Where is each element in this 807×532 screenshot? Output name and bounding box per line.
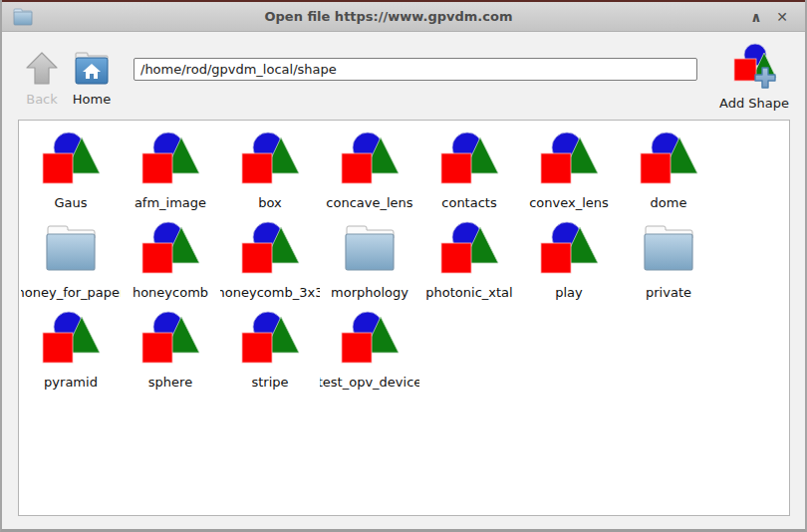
file-item-honeycomb[interactable]: honeycomb: [121, 216, 220, 306]
folder-icon: [40, 222, 102, 276]
home-button[interactable]: Home: [72, 42, 112, 107]
file-label: morphology: [320, 285, 419, 300]
file-item-honeycomb_3x3[interactable]: honeycomb_3x3: [220, 216, 320, 306]
file-label: afm_image: [121, 195, 220, 210]
file-label: convex_lens: [519, 195, 619, 210]
file-label: contacts: [419, 195, 519, 210]
window-title: Open file https://www.gpvdm.com: [34, 9, 743, 24]
back-button[interactable]: Back: [24, 42, 60, 107]
shape-icon: [638, 132, 699, 187]
file-item-photonic_xtal[interactable]: photonic_xtal: [419, 216, 519, 306]
add-shape-button[interactable]: Add Shape: [719, 42, 789, 111]
titlebar: Open file https://www.gpvdm.com ∧ ✕: [2, 0, 805, 32]
folder-icon: [638, 222, 699, 276]
file-item-stripe[interactable]: stripe: [220, 306, 320, 396]
path-input[interactable]: [134, 58, 697, 81]
open-file-dialog: Open file https://www.gpvdm.com ∧ ✕ Back: [0, 0, 807, 532]
file-label: honey_for_paper: [21, 285, 121, 300]
back-arrow-icon: [24, 42, 60, 88]
shade-window-button[interactable]: ∧: [743, 2, 769, 32]
shape-icon: [339, 132, 401, 187]
file-label: Gaus: [21, 195, 121, 210]
shape-icon: [40, 132, 102, 187]
add-shape-icon: [729, 42, 779, 92]
file-item-honey_for_paper[interactable]: honey_for_paper: [21, 216, 121, 306]
home-label: Home: [73, 92, 111, 107]
shape-icon: [40, 311, 102, 367]
file-item-pyramid[interactable]: pyramid: [21, 306, 121, 396]
file-item-afm_image[interactable]: afm_image: [121, 127, 220, 216]
file-label: concave_lens: [320, 195, 419, 210]
file-panel: Gaus afm_image: [18, 120, 790, 516]
file-item-play[interactable]: play: [519, 216, 619, 306]
shape-icon: [538, 221, 600, 277]
file-item-Gaus[interactable]: Gaus: [21, 127, 121, 216]
file-grid: Gaus afm_image: [19, 121, 789, 396]
file-item-dome[interactable]: dome: [619, 127, 718, 216]
shape-icon: [239, 311, 301, 367]
file-label: pyramid: [21, 375, 121, 390]
shape-icon: [139, 221, 201, 277]
file-item-convex_lens[interactable]: convex_lens: [519, 127, 619, 216]
file-label: test_opv_device: [320, 375, 419, 390]
file-item-contacts[interactable]: contacts: [419, 127, 519, 216]
shape-icon: [438, 132, 500, 187]
folder-icon: [339, 222, 401, 276]
shape-icon: [339, 311, 401, 367]
add-shape-label: Add Shape: [719, 96, 789, 111]
shape-icon: [239, 221, 301, 277]
file-label: honeycomb: [121, 285, 220, 300]
shape-icon: [139, 132, 201, 187]
shape-icon: [438, 221, 500, 277]
file-label: stripe: [220, 375, 320, 390]
file-item-test_opv_device[interactable]: test_opv_device: [320, 306, 419, 396]
shape-icon: [239, 132, 301, 187]
file-label: honeycomb_3x3: [220, 285, 320, 300]
file-label: play: [519, 285, 619, 300]
file-label: dome: [619, 195, 718, 210]
file-item-morphology[interactable]: morphology: [320, 216, 419, 306]
file-label: sphere: [121, 375, 220, 390]
file-item-private[interactable]: private: [619, 216, 718, 306]
home-folder-icon: [72, 42, 112, 88]
close-window-button[interactable]: ✕: [769, 2, 795, 32]
file-item-concave_lens[interactable]: concave_lens: [320, 127, 419, 216]
shape-icon: [538, 132, 600, 187]
file-item-sphere[interactable]: sphere: [121, 306, 220, 396]
toolbar: Back Home: [2, 32, 805, 114]
file-item-box[interactable]: box: [220, 127, 320, 216]
back-label: Back: [26, 92, 58, 107]
file-label: private: [619, 285, 718, 300]
file-label: photonic_xtal: [419, 285, 519, 300]
shape-icon: [139, 311, 201, 367]
file-label: box: [220, 195, 320, 210]
window-folder-icon: [12, 7, 34, 27]
